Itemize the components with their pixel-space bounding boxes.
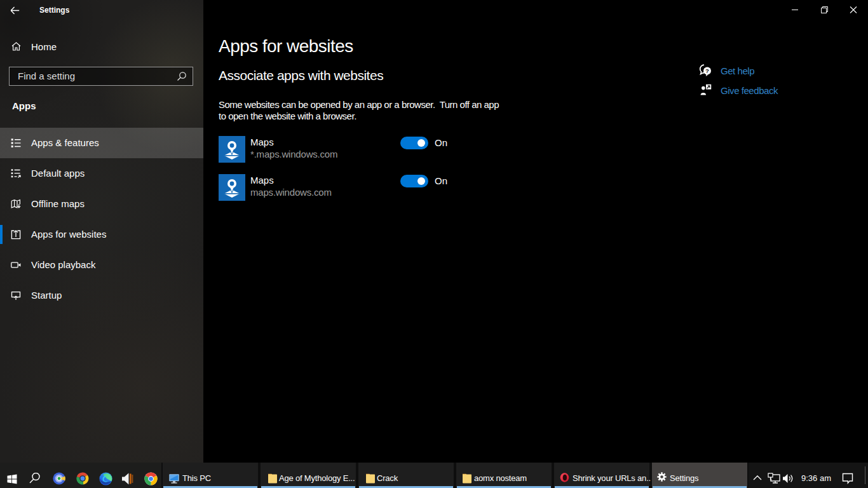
svg-text:?: ? <box>705 67 709 74</box>
